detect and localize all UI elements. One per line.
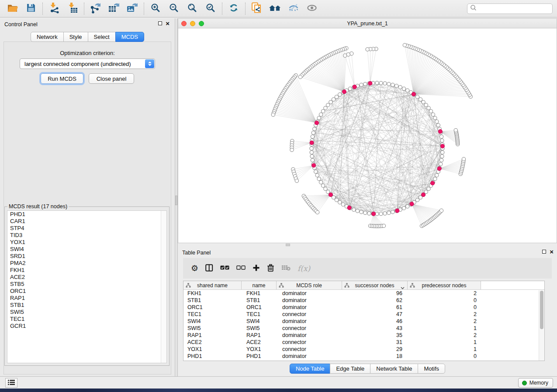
table-cell[interactable]: PHD1 [183, 353, 242, 360]
table-cell[interactable]: 18 [342, 353, 408, 360]
column-header-successor-nodes[interactable]: successor nodes [342, 281, 408, 289]
table-cell[interactable]: STB1 [242, 297, 277, 304]
mcds-result-item[interactable]: GCR1 [7, 323, 166, 330]
table-settings-button[interactable]: ⚙ [191, 262, 198, 275]
table-cell[interactable]: connector [277, 346, 342, 353]
column-header-shared-name[interactable]: shared name [183, 281, 242, 289]
import-table-button[interactable] [63, 2, 82, 16]
table-cell[interactable]: connector [277, 311, 342, 318]
table-cell[interactable]: 96 [342, 290, 408, 297]
tab-node-table[interactable]: Node Table [290, 364, 331, 374]
mcds-result-item[interactable]: YOX1 [7, 239, 166, 246]
table-row[interactable]: PHD1PHD1dominator180 [183, 353, 544, 360]
table-cell[interactable]: connector [277, 325, 342, 332]
export-image-button[interactable] [123, 2, 142, 16]
deselect-all-button[interactable] [236, 262, 246, 275]
splitter-grip[interactable] [286, 244, 290, 246]
table-cell[interactable]: SWI5 [183, 325, 242, 332]
table-cell[interactable]: 35 [342, 332, 408, 339]
table-cell[interactable]: dominator [277, 353, 342, 360]
delete-table-button[interactable] [281, 262, 291, 275]
mcds-result-item[interactable]: SWI5 [7, 309, 166, 316]
table-cell[interactable]: dominator [277, 290, 342, 297]
tab-mcds[interactable]: MCDS [115, 32, 144, 42]
search-box[interactable] [467, 3, 553, 14]
table-row[interactable]: ACE2ACE2connector311 [183, 339, 544, 346]
mcds-result-item[interactable]: STB1 [7, 302, 166, 309]
mcds-result-item[interactable]: FKH1 [7, 267, 166, 274]
table-cell[interactable]: 1 [408, 339, 481, 346]
delete-column-button[interactable] [267, 262, 274, 275]
network-canvas[interactable] [178, 28, 557, 243]
close-panel-icon[interactable]: × [550, 250, 554, 254]
import-network-button[interactable] [45, 2, 63, 16]
close-panel-button[interactable]: Close panel [89, 73, 134, 84]
zoom-in-button[interactable] [146, 2, 165, 16]
mcds-result-item[interactable]: ORC1 [7, 288, 166, 295]
table-cell[interactable]: 0 [408, 353, 481, 360]
table-cell[interactable]: dominator [277, 304, 342, 311]
table-cell[interactable]: 31 [342, 339, 408, 346]
list-scrollbar[interactable] [161, 211, 166, 363]
float-panel-icon[interactable] [158, 21, 162, 25]
tab-style[interactable]: Style [63, 32, 88, 42]
mcds-result-item[interactable]: SWI4 [7, 246, 166, 253]
tab-motifs[interactable]: Motifs [418, 364, 445, 374]
table-cell[interactable]: TEC1 [242, 311, 277, 318]
table-cell[interactable]: dominator [277, 332, 342, 339]
table-cell[interactable]: TEC1 [183, 311, 242, 318]
horizontal-splitter[interactable] [178, 243, 557, 247]
table-cell[interactable]: ORC1 [183, 304, 242, 311]
table-cell[interactable]: 62 [342, 297, 408, 304]
run-mcds-button[interactable]: Run MCDS [41, 73, 83, 84]
mcds-result-item[interactable]: PHD1 [7, 211, 166, 218]
table-cell[interactable]: 61 [342, 304, 408, 311]
table-cell[interactable]: SWI4 [183, 318, 242, 325]
function-builder-button[interactable]: f(x) [298, 262, 310, 275]
mcds-result-item[interactable]: PMA2 [7, 260, 166, 267]
table-cell[interactable]: ORC1 [242, 304, 277, 311]
close-panel-icon[interactable]: × [166, 21, 170, 25]
hide-selected-button[interactable] [284, 2, 303, 16]
table-cell[interactable]: 29 [342, 346, 408, 353]
search-input[interactable] [477, 4, 552, 13]
zoom-selected-button[interactable] [201, 2, 220, 16]
mcds-result-item[interactable]: ACE2 [7, 274, 166, 281]
tab-network-table[interactable]: Network Table [370, 364, 418, 374]
export-network-button[interactable] [86, 2, 105, 16]
table-cell[interactable]: 0 [408, 297, 481, 304]
refresh-view-button[interactable] [225, 2, 243, 16]
table-cell[interactable]: 0 [408, 304, 481, 311]
table-scrollbar[interactable] [539, 290, 544, 361]
network-title-bar[interactable]: YPA_prune.txt_1 [178, 19, 557, 28]
table-cell[interactable]: 43 [342, 325, 408, 332]
table-cell[interactable]: 2 [408, 318, 481, 325]
task-history-button[interactable] [5, 378, 17, 388]
table-row[interactable]: TEC1TEC1connector472 [183, 311, 544, 318]
table-cell[interactable]: SWI4 [242, 318, 277, 325]
table-row[interactable]: YOX1YOX1connector291 [183, 346, 544, 353]
mcds-result-item[interactable]: TEC1 [7, 316, 166, 323]
first-neighbors-button[interactable] [266, 2, 284, 16]
table-cell[interactable]: 46 [342, 318, 408, 325]
mcds-result-item[interactable]: TID3 [7, 232, 166, 239]
table-cell[interactable]: FKH1 [242, 290, 277, 297]
open-file-button[interactable] [3, 2, 22, 16]
table-cell[interactable]: FKH1 [183, 290, 242, 297]
select-all-button[interactable] [220, 262, 229, 275]
copy-view-button[interactable] [248, 2, 266, 16]
table-cell[interactable]: 47 [342, 311, 408, 318]
tab-edge-table[interactable]: Edge Table [330, 364, 370, 374]
show-all-button[interactable] [303, 2, 321, 16]
table-cell[interactable]: PHD1 [242, 353, 277, 360]
mcds-result-item[interactable]: STB5 [7, 281, 166, 288]
zoom-fit-button[interactable] [183, 2, 201, 16]
vertical-splitter[interactable] [175, 18, 178, 376]
table-cell[interactable]: 2 [408, 311, 481, 318]
mcds-result-item[interactable]: CAR1 [7, 218, 166, 225]
table-row[interactable]: RAP1RAP1dominator352 [183, 332, 544, 339]
table-cell[interactable]: STB1 [183, 297, 242, 304]
table-cell[interactable]: SWI5 [242, 325, 277, 332]
zoom-out-button[interactable] [165, 2, 183, 16]
table-cell[interactable]: YOX1 [183, 346, 242, 353]
